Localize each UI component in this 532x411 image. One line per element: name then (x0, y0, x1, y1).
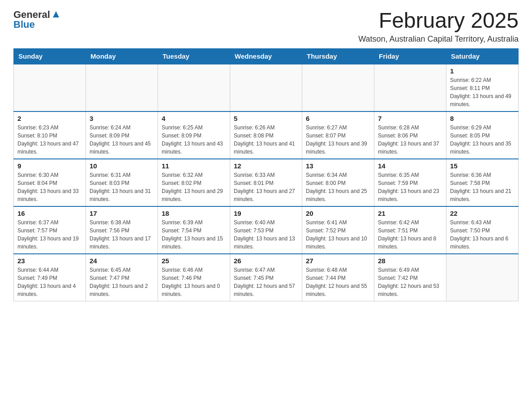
logo-triangle-icon (51, 9, 61, 19)
day-number: 4 (162, 115, 226, 122)
day-info: Sunrise: 6:39 AM Sunset: 7:54 PM Dayligh… (162, 218, 226, 251)
logo-blue-text: Blue (13, 19, 35, 30)
table-row: 8Sunrise: 6:29 AM Sunset: 8:05 PM Daylig… (446, 111, 519, 159)
table-row (446, 254, 519, 301)
month-title: February 2025 (358, 9, 519, 33)
day-number: 13 (306, 162, 370, 170)
day-info: Sunrise: 6:22 AM Sunset: 8:11 PM Dayligh… (450, 76, 515, 108)
day-number: 10 (90, 162, 154, 170)
table-row: 19Sunrise: 6:40 AM Sunset: 7:53 PM Dayli… (230, 206, 302, 254)
calendar-week-2: 2Sunrise: 6:23 AM Sunset: 8:10 PM Daylig… (14, 111, 519, 159)
day-number: 6 (306, 115, 370, 122)
day-info: Sunrise: 6:28 AM Sunset: 8:06 PM Dayligh… (378, 124, 442, 156)
day-number: 14 (378, 162, 442, 170)
table-row: 11Sunrise: 6:32 AM Sunset: 8:02 PM Dayli… (158, 159, 230, 206)
table-row: 6Sunrise: 6:27 AM Sunset: 8:07 PM Daylig… (302, 111, 374, 159)
day-info: Sunrise: 6:38 AM Sunset: 7:56 PM Dayligh… (90, 218, 154, 251)
day-info: Sunrise: 6:23 AM Sunset: 8:10 PM Dayligh… (17, 124, 82, 156)
header-wednesday: Wednesday (230, 48, 302, 64)
day-info: Sunrise: 6:48 AM Sunset: 7:44 PM Dayligh… (306, 266, 370, 298)
table-row: 1Sunrise: 6:22 AM Sunset: 8:11 PM Daylig… (446, 64, 519, 111)
day-number: 22 (450, 210, 515, 217)
table-row: 23Sunrise: 6:44 AM Sunset: 7:49 PM Dayli… (14, 254, 86, 301)
header-tuesday: Tuesday (158, 48, 230, 64)
day-number: 20 (306, 210, 370, 217)
day-info: Sunrise: 6:43 AM Sunset: 7:50 PM Dayligh… (450, 218, 515, 251)
svg-marker-0 (53, 11, 59, 17)
table-row: 16Sunrise: 6:37 AM Sunset: 7:57 PM Dayli… (14, 206, 86, 254)
header-monday: Monday (86, 48, 158, 64)
table-row: 17Sunrise: 6:38 AM Sunset: 7:56 PM Dayli… (86, 206, 158, 254)
day-number: 19 (234, 210, 298, 217)
calendar-week-4: 16Sunrise: 6:37 AM Sunset: 7:57 PM Dayli… (14, 206, 519, 254)
table-row: 25Sunrise: 6:46 AM Sunset: 7:46 PM Dayli… (158, 254, 230, 301)
table-row (230, 64, 302, 111)
table-row: 14Sunrise: 6:35 AM Sunset: 7:59 PM Dayli… (374, 159, 446, 206)
day-info: Sunrise: 6:37 AM Sunset: 7:57 PM Dayligh… (17, 218, 82, 251)
day-info: Sunrise: 6:40 AM Sunset: 7:53 PM Dayligh… (234, 218, 298, 251)
location-subtitle: Watson, Australian Capital Territory, Au… (358, 34, 519, 44)
day-number: 5 (234, 115, 298, 122)
day-number: 17 (90, 210, 154, 217)
day-info: Sunrise: 6:33 AM Sunset: 8:01 PM Dayligh… (234, 171, 298, 203)
day-number: 23 (17, 257, 82, 265)
table-row: 27Sunrise: 6:48 AM Sunset: 7:44 PM Dayli… (302, 254, 374, 301)
day-info: Sunrise: 6:41 AM Sunset: 7:52 PM Dayligh… (306, 218, 370, 251)
table-row: 15Sunrise: 6:36 AM Sunset: 7:58 PM Dayli… (446, 159, 519, 206)
day-number: 3 (90, 115, 154, 122)
table-row: 22Sunrise: 6:43 AM Sunset: 7:50 PM Dayli… (446, 206, 519, 254)
day-info: Sunrise: 6:32 AM Sunset: 8:02 PM Dayligh… (162, 171, 226, 203)
day-number: 7 (378, 115, 442, 122)
day-info: Sunrise: 6:27 AM Sunset: 8:07 PM Dayligh… (306, 124, 370, 156)
day-number: 9 (17, 162, 82, 170)
day-info: Sunrise: 6:24 AM Sunset: 8:09 PM Dayligh… (90, 124, 154, 156)
day-info: Sunrise: 6:47 AM Sunset: 7:45 PM Dayligh… (234, 266, 298, 298)
day-number: 27 (306, 257, 370, 265)
table-row: 10Sunrise: 6:31 AM Sunset: 8:03 PM Dayli… (86, 159, 158, 206)
day-number: 15 (450, 162, 515, 170)
table-row: 4Sunrise: 6:25 AM Sunset: 8:09 PM Daylig… (158, 111, 230, 159)
table-row: 18Sunrise: 6:39 AM Sunset: 7:54 PM Dayli… (158, 206, 230, 254)
table-row: 13Sunrise: 6:34 AM Sunset: 8:00 PM Dayli… (302, 159, 374, 206)
day-number: 11 (162, 162, 226, 170)
day-number: 8 (450, 115, 515, 122)
table-row (302, 64, 374, 111)
day-info: Sunrise: 6:29 AM Sunset: 8:05 PM Dayligh… (450, 124, 515, 156)
calendar-week-1: 1Sunrise: 6:22 AM Sunset: 8:11 PM Daylig… (14, 64, 519, 111)
calendar-table: Sunday Monday Tuesday Wednesday Thursday… (13, 48, 519, 301)
table-row: 26Sunrise: 6:47 AM Sunset: 7:45 PM Dayli… (230, 254, 302, 301)
table-row: 12Sunrise: 6:33 AM Sunset: 8:01 PM Dayli… (230, 159, 302, 206)
weekday-header-row: Sunday Monday Tuesday Wednesday Thursday… (14, 48, 519, 64)
table-row (86, 64, 158, 111)
day-number: 16 (17, 210, 82, 217)
calendar-week-5: 23Sunrise: 6:44 AM Sunset: 7:49 PM Dayli… (14, 254, 519, 301)
day-info: Sunrise: 6:44 AM Sunset: 7:49 PM Dayligh… (17, 266, 82, 298)
table-row (374, 64, 446, 111)
day-number: 18 (162, 210, 226, 217)
day-info: Sunrise: 6:26 AM Sunset: 8:08 PM Dayligh… (234, 124, 298, 156)
table-row (14, 64, 86, 111)
table-row: 24Sunrise: 6:45 AM Sunset: 7:47 PM Dayli… (86, 254, 158, 301)
table-row: 9Sunrise: 6:30 AM Sunset: 8:04 PM Daylig… (14, 159, 86, 206)
day-info: Sunrise: 6:36 AM Sunset: 7:58 PM Dayligh… (450, 171, 515, 203)
day-number: 12 (234, 162, 298, 170)
day-number: 26 (234, 257, 298, 265)
header-thursday: Thursday (302, 48, 374, 64)
day-info: Sunrise: 6:34 AM Sunset: 8:00 PM Dayligh… (306, 171, 370, 203)
day-info: Sunrise: 6:46 AM Sunset: 7:46 PM Dayligh… (162, 266, 226, 298)
page-header: General Blue February 2025 Watson, Austr… (13, 9, 519, 44)
table-row: 21Sunrise: 6:42 AM Sunset: 7:51 PM Dayli… (374, 206, 446, 254)
title-block: February 2025 Watson, Australian Capital… (358, 9, 519, 44)
header-saturday: Saturday (446, 48, 519, 64)
day-info: Sunrise: 6:30 AM Sunset: 8:04 PM Dayligh… (17, 171, 82, 203)
day-number: 2 (17, 115, 82, 122)
table-row (158, 64, 230, 111)
day-number: 1 (450, 67, 515, 75)
day-info: Sunrise: 6:25 AM Sunset: 8:09 PM Dayligh… (162, 124, 226, 156)
table-row: 7Sunrise: 6:28 AM Sunset: 8:06 PM Daylig… (374, 111, 446, 159)
logo: General Blue (13, 9, 61, 30)
header-sunday: Sunday (14, 48, 86, 64)
day-info: Sunrise: 6:49 AM Sunset: 7:42 PM Dayligh… (378, 266, 442, 298)
day-info: Sunrise: 6:31 AM Sunset: 8:03 PM Dayligh… (90, 171, 154, 203)
header-friday: Friday (374, 48, 446, 64)
